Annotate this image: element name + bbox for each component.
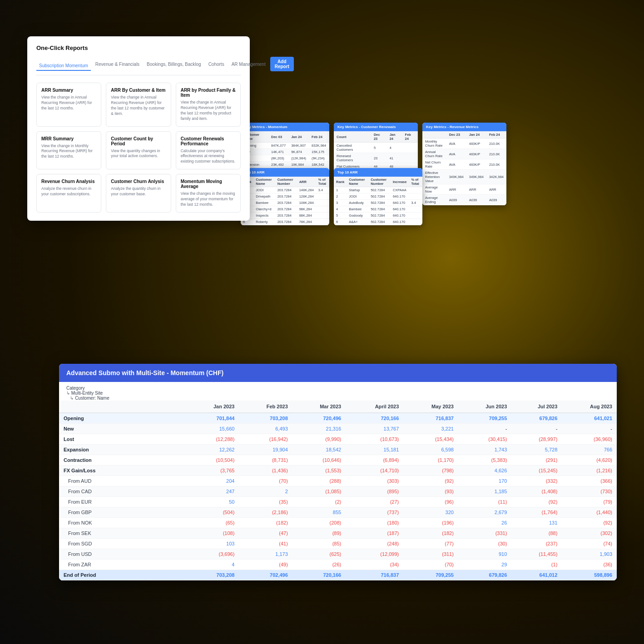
- list-item: 1JODI203.7284148K,2843.4: [241, 187, 329, 193]
- main-data-table: Jan 2023 Feb 2023 Mar 2023 April 2023 Ma…: [59, 401, 617, 580]
- report-card-title: ARR By Customer & Item: [111, 88, 166, 93]
- breadcrumb-category: Category: [66, 386, 85, 391]
- list-item: 1Startup502.7284CXPAAA: [334, 187, 422, 193]
- table-row: Monthly Churn RateAVA483K/P210.0K: [422, 139, 506, 149]
- reports-panel: One-Click Reports Subscription Momentum …: [27, 36, 250, 221]
- report-card-desc: View the change in Annual Recurring Reve…: [111, 95, 166, 117]
- table-row-from-gbp: From GBP (504) (2,186) 855 (737) 320 2,6…: [59, 507, 617, 518]
- table-row: Expansion23K,49219K,98418K,542: [241, 162, 329, 168]
- tab-ar-management[interactable]: AR Management: [229, 60, 268, 69]
- main-table-container: Advanced Submo with Multi-Site - Momentu…: [59, 364, 617, 580]
- report-card-customer-churn[interactable]: Customer Churn Anlysis Analyze the quant…: [106, 174, 171, 213]
- report-card-arr-by-customer[interactable]: ARR By Customer & Item View the change i…: [106, 83, 171, 127]
- breadcrumb-level1: Multi-Entity Site: [71, 391, 103, 396]
- tab-bookings[interactable]: Bookings, Billings, Backlog: [144, 60, 204, 69]
- add-report-button[interactable]: Add Report: [270, 57, 294, 71]
- top10-right-table: Rank Customer Name Customer Number Incre…: [334, 177, 422, 225]
- table-row-fx: FX Gain/Loss (3,765 (1,436) (1,553) (14,…: [59, 466, 617, 476]
- report-card-desc: Analyze the quantity churn in your custo…: [111, 186, 166, 197]
- col-jul2023: Jul 2023: [511, 401, 562, 413]
- table-row-lost: Lost (12,288) (16,942) (9,990) (10,673) …: [59, 434, 617, 445]
- table-row-end-of-period: End of Period 703,208 702,496 720,166 71…: [59, 570, 617, 580]
- table-row: Net Churn RateAVA483K/P210.0K: [422, 159, 506, 170]
- list-item: 3AutoBody502.7284640.1703.4: [334, 200, 422, 206]
- table-row-from-nok: From NOK (65) (182) (208) (180) (196) 26…: [59, 518, 617, 528]
- table-row: Lost(8K,203)(12K,984)(9K,234): [241, 155, 329, 162]
- top10-arr-left-panel: Top 10 ARR Rank Customer Name Customer N…: [241, 168, 329, 225]
- table-row: Average EndingA039A039A039: [422, 195, 506, 205]
- col-aug2023: Aug 2023: [562, 401, 617, 413]
- report-card-desc: View the quantity changes in your total …: [111, 149, 166, 159]
- table-row-from-zar: From ZAR 4 (49) (26) (34) (70) 29 (1) (3…: [59, 560, 617, 570]
- report-card-title: ARR by Product Family & Item: [181, 88, 236, 98]
- table-row-from-sek: From SEK (108) (47) (89) (187) (182) (33…: [59, 528, 617, 539]
- report-card-title: Customer Count by Period: [111, 136, 166, 146]
- metrics-revenue-panel: Key Metrics - Revenue Metrics Dec 23 Jan…: [422, 123, 506, 205]
- tab-revenue-financials[interactable]: Revenue & Financials: [93, 60, 142, 69]
- col-mar2023: Mar 2023: [292, 401, 346, 413]
- tab-cohorts[interactable]: Cohorts: [206, 60, 227, 69]
- table-row-from-sgd: From SGD 103 (41) (85) (248) (77) (30) (…: [59, 539, 617, 549]
- table-row-opening: Opening 701,844 703,208 720,496 720,166 …: [59, 413, 617, 424]
- reports-grid: ARR Summary View the change in Annual Re…: [36, 83, 241, 213]
- metrics-momentum-header: Key Metrics - Momentum: [241, 123, 329, 131]
- reports-tabs: Subscription Momentum Revenue & Financia…: [36, 57, 241, 75]
- col-dec03: Dec 03: [268, 131, 288, 143]
- col-may2023: May 2023: [403, 401, 458, 413]
- list-item: 5Godoody502.7284640.170: [334, 213, 422, 219]
- metrics-revenue-header: Key Metrics - Revenue Metrics: [422, 123, 506, 131]
- top10-left-header: Top 10 ARR: [241, 168, 329, 177]
- report-card-mrr-summary[interactable]: MRR Summary View the change in Monthly R…: [36, 131, 101, 170]
- tab-subscription-momentum[interactable]: Subscription Momentum: [36, 61, 91, 71]
- breadcrumb-level2: Customer: Name: [75, 396, 109, 401]
- list-item: 6A&A+502.7284640.170: [334, 219, 422, 225]
- report-card-title: MRR Summary: [41, 136, 96, 141]
- list-item: 6Roberty203.728478K,284: [241, 219, 329, 225]
- table-row-from-usd: From USD (3,696) 1,173 (625) (12,099) (3…: [59, 549, 617, 560]
- report-card-title: Customer Churn Anlysis: [111, 179, 166, 184]
- reports-panel-title: One-Click Reports: [36, 45, 241, 51]
- list-item: 2JODI502.7284640.170: [334, 193, 422, 200]
- top10-right-header: Top 10 ARR: [334, 168, 422, 177]
- report-card-desc: View the change in Annual Recurring Reve…: [41, 95, 96, 111]
- report-card-revenue-churn[interactable]: Revenue Churn Analysis Analyze the reven…: [36, 174, 101, 213]
- metrics-renewals-header: Key Metrics - Customer Renewals: [334, 123, 418, 131]
- col-category: [59, 401, 186, 413]
- report-card-desc: Analyze the revenue churn in your custom…: [41, 186, 96, 197]
- report-card-momentum-moving-avg[interactable]: Momentum Moving Average View the changes…: [176, 174, 241, 213]
- report-card-desc: View the change in Monthly Recurring Rev…: [41, 144, 96, 160]
- col-feb2023: Feb 2023: [239, 401, 292, 413]
- metrics-revenue-table: Dec 23 Jan 24 Feb 24 Monthly Churn RateA…: [422, 131, 506, 205]
- table-row: Average NowARRARRARR: [422, 184, 506, 195]
- table-row-new: New 15,660 6,493 21,316 13,767 3,221 - -…: [59, 424, 617, 434]
- report-card-desc: View the changes in the moving average o…: [181, 191, 236, 208]
- table-row: New14K,4719K,87415K,175: [241, 149, 329, 155]
- col-jun2023: Jun 2023: [458, 401, 511, 413]
- table-row: Renewed Customers2341: [334, 153, 418, 163]
- report-card-customer-renewals[interactable]: Customer Renewals Performance Calculate …: [176, 131, 241, 170]
- report-card-arr-by-product[interactable]: ARR by Product Family & Item View the ch…: [176, 83, 241, 127]
- report-card-title: Customer Renewals Performance: [181, 136, 236, 146]
- breadcrumb: Category ↳ Multi-Entity Site ↳ Customer:…: [59, 382, 617, 401]
- table-row-expansion: Expansion 12,262 19,904 18,542 15,181 6,…: [59, 445, 617, 455]
- table-row-from-eur: From EUR 50 (35) (2) (27) (96) (11) (92)…: [59, 497, 617, 507]
- report-card-customer-count[interactable]: Customer Count by Period View the quanti…: [106, 131, 171, 170]
- list-item: 3Bambee203.7284108K,284: [241, 200, 329, 206]
- table-row-from-aud: From AUD 204 (70) (288) (303) (92) 170 (…: [59, 476, 617, 486]
- list-item: 4Olarchy+d203.728498K,284: [241, 206, 329, 213]
- top10-arr-right-panel: Top 10 ARR Rank Customer Name Customer N…: [334, 168, 422, 225]
- table-row: Cancelled Customers54: [334, 143, 418, 153]
- report-card-title: Momentum Moving Average: [181, 179, 236, 189]
- list-item: 2Drivepath203.7284128K,284: [241, 193, 329, 200]
- col-feb24: Feb 24: [309, 131, 329, 143]
- table-row-from-cad: From CAD 247 2 (1,085) (895) (93) 1,185 …: [59, 486, 617, 497]
- report-card-title: Revenue Churn Analysis: [41, 179, 96, 184]
- list-item: 4Bambee502.7284640.170: [334, 206, 422, 213]
- table-row: Effective Retention Value349K,984349K,98…: [422, 170, 506, 184]
- main-table-title: Advanced Submo with Multi-Site - Momentu…: [59, 364, 617, 382]
- col-jan24: Jan 24: [288, 131, 309, 143]
- report-card-arr-summary[interactable]: ARR Summary View the change in Annual Re…: [36, 83, 101, 127]
- report-card-desc: Calculate your company's effectiveness a…: [181, 149, 236, 165]
- list-item: 5Inspects203.728488K,284: [241, 213, 329, 219]
- report-card-desc: View the change in Annual Recurring Reve…: [181, 100, 236, 122]
